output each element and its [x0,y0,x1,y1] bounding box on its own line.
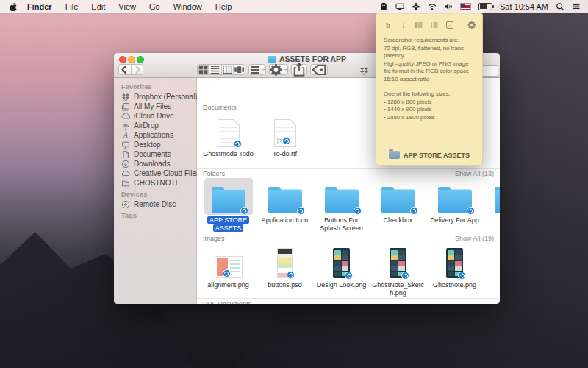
volume-icon[interactable] [444,2,453,11]
finder-sidebar: FavoritesDropbox (Personal)All My Filesi… [114,78,197,304]
sidebar-item-creative-cloud-files[interactable]: Creative Cloud Files [114,169,196,178]
menu-bar-status: Sat 10:54 AM [379,2,588,11]
numbered-list-icon[interactable] [430,21,439,29]
wifi-icon[interactable] [428,2,437,11]
sidebar-item-remote-disc[interactable]: Remote Disc [114,199,196,209]
menu-clock[interactable]: Sat 10:54 AM [500,2,548,11]
file-item[interactable] [483,178,500,233]
menu-item-edit[interactable]: Edit [85,2,112,11]
battery-icon[interactable] [478,3,492,10]
sidebar-item-label: Dropbox (Personal) [134,93,198,101]
bold-icon[interactable]: b [384,21,392,29]
settings-gear-icon[interactable] [467,21,476,29]
show-all-link[interactable]: Show All (19) [455,235,494,242]
view-switcher [197,64,245,75]
section-label: Documents [203,104,237,111]
airdrop-icon [121,121,130,130]
sync-badge-icon [401,272,409,280]
file-item-checkbox[interactable]: Checkbox [370,178,426,233]
sidebar-item-ghostnote[interactable]: GHOSTNOTE [114,178,196,188]
note-size-bullet: • 1440 x 900 pixels [384,106,478,114]
airplay-icon[interactable] [395,2,404,11]
note-line: 16:10 aspect ratio [384,76,478,84]
share-button[interactable] [291,64,307,75]
notification-center-icon[interactable] [572,2,581,11]
menu-item-view[interactable]: View [112,2,143,11]
sidebar-header-tags: Tags [114,209,196,221]
sidebar-item-desktop[interactable]: Desktop [114,140,196,149]
sidebar-item-icloud-drive[interactable]: iCloud Drive [114,111,196,121]
back-button[interactable] [119,65,132,74]
svg-text:A: A [123,132,128,139]
sidebar-item-applications[interactable]: AApplications [114,130,196,140]
menu-item-window[interactable]: Window [167,2,209,11]
sidebar-header-favorites: Favorites [114,80,196,92]
file-item-alignment-png[interactable]: alignment.png [200,243,257,297]
file-item[interactable] [483,243,500,297]
sync-badge-icon [410,207,418,215]
note-line: 72 dpi, RGB, flattened, no trans- [384,45,478,53]
file-label: Delivery For App [430,216,479,224]
sidebar-item-downloads[interactable]: Downloads [114,159,196,169]
sidebar-item-documents[interactable]: Documents [114,149,196,159]
view-list-button[interactable] [209,65,221,74]
file-item-application-icon[interactable]: Application Icon [257,178,313,233]
file-item-delivery-for-app[interactable]: Delivery For App [426,178,483,233]
sidebar-item-label: Applications [134,131,173,139]
window-folder-icon [268,56,276,63]
italic-icon[interactable]: i [399,21,408,29]
show-all-link[interactable]: Show All (13) [455,170,494,177]
section-divider [197,233,500,233]
sync-badge-icon [467,207,475,215]
file-item-buttons-psd[interactable]: buttons.psd [257,243,313,297]
file-label: Ghostnote.png [433,281,476,289]
us-flag-icon[interactable] [460,3,471,10]
desktop: Finder FileEditViewGoWindowHelp Sat 10:5… [0,0,588,368]
note-text[interactable]: Screenshot requirements are:72 dpi, RGB,… [384,37,478,121]
note-line: High-quality JPEG or PNG image [384,60,478,68]
forward-button[interactable] [132,65,143,74]
arrange-button[interactable] [248,64,266,75]
dropbox-icon [121,93,130,102]
menu-bar-left: Finder FileEditViewGoWindowHelp [0,0,238,13]
view-columns-button[interactable] [222,65,234,74]
sync-badge-icon [458,272,466,280]
sync-badge-icon [354,207,362,215]
file-item-ghostmode-todo[interactable]: Ghostmode Todo [200,112,257,158]
menu-app-name[interactable]: Finder [21,0,59,13]
tags-button[interactable] [310,64,328,75]
sidebar-item-label: GHOSTNOTE [134,179,180,187]
view-icons-button[interactable] [198,65,209,74]
sidebar-item-label: AirDrop [134,121,159,130]
fan-icon[interactable] [412,2,420,11]
file-item-ghostnote-sketch-png[interactable]: GhostNote_Sketch.png [370,243,426,297]
file-item-app-store-assets[interactable]: APP STORE ASSETS [200,178,257,233]
sidebar-item-all-my-files[interactable]: All My Files [114,102,196,111]
file-item-to-do-rtf[interactable]: RTFTo-do.rtf [257,112,313,158]
note-context[interactable]: APP STORE ASSETS [376,151,482,159]
view-coverflow-button[interactable] [234,65,245,74]
section-label: Folders [203,170,225,177]
file-item-design-look-png[interactable]: Design Look.png [313,243,370,297]
dropbox-toolbar-icon[interactable] [359,66,369,75]
bullet-list-icon[interactable] [415,21,423,29]
sidebar-item-dropbox-personal-[interactable]: Dropbox (Personal) [114,92,196,102]
file-item-buttons-for-splash-screen[interactable]: Buttons For Splash Screen [313,178,370,233]
sidebar-item-airdrop[interactable]: AirDrop [114,121,196,130]
action-gear-button[interactable] [269,64,288,75]
ghostnote-icon[interactable] [379,2,388,11]
folder-icon [121,179,130,188]
sidebar-item-label: iCloud Drive [134,112,173,120]
menu-item-help[interactable]: Help [209,2,239,11]
spotlight-icon[interactable] [556,2,564,11]
checkbox-icon[interactable] [445,21,454,29]
apple-menu-icon[interactable] [9,2,18,11]
note-context-folder-icon [389,151,400,159]
menu-item-file[interactable]: File [59,2,85,11]
sidebar-item-label: Downloads [134,160,170,168]
section-label: Images [203,235,225,242]
note-size-bullet: • 2880 x 1800 pixels [384,114,478,122]
menu-item-go[interactable]: Go [143,2,167,11]
file-item-ghostnote-png[interactable]: Ghostnote.png [426,243,483,297]
creativecloud-icon [121,169,130,178]
